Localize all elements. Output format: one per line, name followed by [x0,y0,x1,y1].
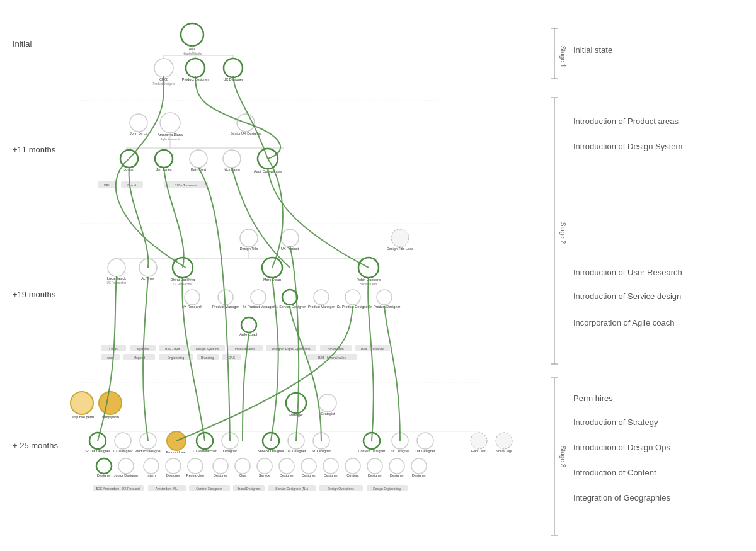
stage3-item-design-ops: Introduction of Design Ops [573,443,670,452]
svg-text:B2C Amsterdam - UX Research: B2C Amsterdam - UX Research [96,487,141,491]
svg-point-162 [301,458,316,474]
svg-text:Geo Lead: Geo Lead [471,449,486,453]
svg-point-13 [224,59,243,77]
stage3-item-content: Introduction of Content [573,468,656,477]
svg-text:Designer: Designer [223,449,237,453]
svg-text:Designer: Designer [390,474,404,477]
svg-text:Designer: Designer [412,474,426,477]
stage2-item-user-research: Introduction of User Research [573,268,682,277]
stages-panel: Stage 1 Stage 2 Stage 3 [542,0,756,551]
svg-point-148 [144,458,159,474]
svg-text:Designer: Designer [324,474,338,477]
svg-text:Content Designer: Content Designer [358,449,386,453]
svg-point-117 [319,394,336,412]
svg-text:B2B - Internal-sales: B2B - Internal-sales [318,356,346,360]
svg-point-170 [389,458,404,474]
svg-point-0 [181,23,203,46]
svg-point-80 [241,317,256,332]
svg-point-160 [279,458,294,474]
svg-text:B2B - Freelance: B2B - Freelance [361,347,384,351]
svg-text:Design Systems: Design Systems [196,347,219,351]
svg-point-113 [99,392,122,414]
svg-text:Product Lead: Product Lead [166,450,187,454]
svg-text:Intern: Intern [147,474,156,477]
svg-point-31 [223,150,241,168]
svg-text:Engineering: Engineering [168,356,185,360]
svg-text:Sr. UX Designer: Sr. UX Designer [85,449,110,453]
svg-point-154 [213,458,228,474]
svg-point-164 [323,458,338,474]
svg-text:Social Mgr: Social Mgr [496,449,512,453]
stage2-item-product: Introduction of Product areas [573,116,679,126]
svg-text:Strategist: Strategist [320,412,335,416]
svg-text:Manager: Manager [289,413,303,417]
svg-point-11 [186,59,205,77]
svg-text:Designer: Designer [280,474,294,477]
svg-text:Amsterdam: Amsterdam [328,347,344,351]
svg-point-27 [155,150,173,168]
org-chart-svg: Alex Head of Studio CR68 Product Designe… [0,0,542,551]
svg-text:Stage 1: Stage 1 [559,46,566,68]
stage1-item-initial: Initial state [573,45,612,55]
svg-text:Product Manager: Product Manager [308,305,335,309]
svg-point-16 [160,113,180,133]
svg-point-66 [185,290,200,305]
svg-text:DAC: DAC [229,356,236,360]
stage2-item-service-design: Introduction of Service design [573,292,681,301]
svg-text:Sr. Designer: Sr. Designer [312,449,331,453]
svg-point-150 [166,458,181,474]
svg-text:B2C / B2B: B2C / B2B [165,347,180,351]
svg-point-29 [190,150,207,168]
svg-text:John De La: John De La [130,132,148,135]
svg-point-78 [377,290,392,305]
svg-text:Content Designers: Content Designers [196,487,222,491]
svg-point-50 [108,259,125,276]
svg-text:Service Designers (NL): Service Designers (NL) [275,487,308,491]
svg-point-74 [314,290,329,305]
svg-point-176 [496,433,512,449]
svg-text:Sr. Product Manager: Sr. Product Manager [243,305,275,309]
svg-point-168 [367,458,382,474]
svg-text:Designer: Designer [97,474,111,477]
svg-text:Service Designer: Service Designer [258,449,284,453]
svg-point-156 [235,458,250,474]
svg-text:Designer: Designer [214,474,227,477]
svg-text:Branding: Branding [201,356,214,360]
stage2-item-design-system: Introduction of Design System [573,142,682,151]
svg-text:Ops: Ops [239,474,246,477]
svg-text:Design Operations: Design Operations [328,487,354,491]
stage2-item-agile-coach: Incorporation of Agile coach [573,318,674,327]
svg-point-72 [282,290,297,305]
svg-text:Design Title Lead: Design Title Lead [387,247,414,251]
svg-text:Stage 2: Stage 2 [559,222,566,244]
svg-point-42 [240,229,258,247]
svg-text:Junior Designer: Junior Designer [114,474,139,477]
stage3-item-geographies: Integration of Geographies [573,493,670,503]
svg-point-76 [345,290,360,305]
svg-point-70 [251,290,266,305]
stage-labels-column: Initial state Introduction of Product ar… [567,0,756,551]
svg-text:Temp hire perm: Temp hire perm [70,415,94,419]
svg-text:Researcher: Researcher [186,474,205,477]
svg-text:Product-native: Product-native [235,347,255,351]
org-chart-area: Initial +11 months +19 months + 25 month… [0,0,542,551]
svg-point-46 [391,229,409,247]
svg-text:B2B - Tomorrow: B2B - Tomorrow [175,183,197,187]
svg-text:DRL: DRL [104,183,110,187]
svg-point-44 [281,229,299,247]
stage3-item-strategy: Introduction of Strategy [573,418,658,427]
main-container: Initial +11 months +19 months + 25 month… [0,0,756,551]
svg-point-166 [345,458,360,474]
svg-point-19 [130,114,147,132]
stage3-item-perm-hires: Perm hires [573,394,613,403]
svg-text:Amsterdam (NL): Amsterdam (NL) [156,487,179,491]
svg-text:UX Designer: UX Designer [113,449,132,453]
svg-point-8 [154,59,173,77]
svg-point-158 [257,458,272,474]
svg-text:Product Designer: Product Designer [135,449,162,453]
svg-text:UX Research: UX Research [182,305,203,309]
svg-text:Designer: Designer [166,474,180,477]
svg-point-122 [115,433,131,449]
svg-text:UX Designer: UX Designer [286,449,306,453]
svg-text:Content: Content [346,474,359,477]
